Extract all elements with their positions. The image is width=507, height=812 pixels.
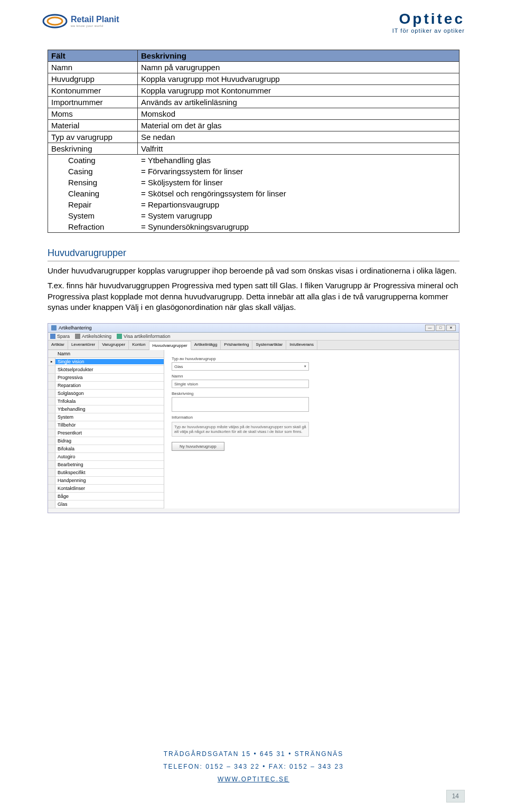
- name-input[interactable]: Single vision: [172, 380, 309, 388]
- col-header-field: Fält: [48, 50, 138, 62]
- list-item[interactable]: Butikspecifikt: [48, 469, 164, 477]
- field-cell: Kontonummer: [48, 85, 138, 97]
- col-header-desc: Beskrivning: [138, 50, 459, 62]
- tab-leverantörer[interactable]: Leverantörer: [68, 341, 99, 350]
- info-button[interactable]: Visa artikelinformation: [117, 334, 170, 339]
- fields-table: Fält Beskrivning NamnNamn på varugruppen…: [48, 50, 459, 233]
- logo-left-sub: we know your world: [71, 24, 119, 27]
- list-item[interactable]: Skötselprodukter: [48, 366, 164, 374]
- list-item[interactable]: Presentkort: [48, 429, 164, 437]
- desc-cell: Se nedan: [138, 131, 459, 143]
- page-number: 14: [446, 790, 465, 802]
- nested-desc: = Synundersökningsvarugrupp: [138, 221, 459, 232]
- info-icon: [117, 334, 122, 339]
- list-item[interactable]: Trifokala: [48, 398, 164, 405]
- desc-textarea[interactable]: [172, 397, 309, 412]
- name-label: Namn: [172, 374, 452, 379]
- field-cell: Beskrivning: [48, 143, 138, 155]
- desc-cell: Valfritt: [138, 143, 459, 155]
- list-item[interactable]: ▸Single vision: [48, 358, 164, 366]
- desc-cell: Momskod: [138, 108, 459, 120]
- logo-left-main: Retail Planit: [71, 15, 119, 24]
- info-label: Information: [172, 415, 452, 420]
- footer-url[interactable]: WWW.OPTITEC.SE: [218, 776, 289, 783]
- desc-cell: Används av artikelinläsning: [138, 97, 459, 108]
- tab-artikelinlägg[interactable]: Artikelinlägg: [191, 341, 221, 350]
- list-item[interactable]: Progressiva: [48, 374, 164, 382]
- list-item[interactable]: Reparation: [48, 382, 164, 390]
- app-icon: [51, 325, 57, 331]
- save-button[interactable]: Spara: [50, 334, 70, 339]
- logo-right: Optitec IT för optiker av optiker: [392, 11, 465, 34]
- desc-cell: Material om det är glas: [138, 120, 459, 131]
- nested-field: Refraction: [48, 221, 138, 232]
- list-item[interactable]: Bearbetning: [48, 461, 164, 469]
- nested-desc: = Skötsel och rengöringssystem för linse…: [138, 188, 459, 199]
- save-icon: [50, 334, 55, 339]
- nested-field: Cleaning: [48, 188, 138, 199]
- page-footer: TRÄDGÅRDSGATAN 15 • 645 31 • STRÄNGNÄS T…: [0, 748, 507, 786]
- list-item[interactable]: Handpenning: [48, 477, 164, 485]
- nested-desc: = Förvaringssystem för linser: [138, 166, 459, 177]
- section-p1: Under huvudvarugrupper kopplas varugrupp…: [48, 266, 459, 276]
- tab-prishantering[interactable]: Prishantering: [221, 341, 252, 350]
- section-title: Huvudvarugrupper: [48, 248, 459, 261]
- minimize-button[interactable]: —: [425, 325, 435, 331]
- field-cell: Huvudgrupp: [48, 73, 138, 85]
- desc-cell: Namn på varugruppen: [138, 62, 459, 73]
- footer-address: TRÄDGÅRDSGATAN 15 • 645 31 • STRÄNGNÄS: [0, 748, 507, 760]
- field-cell: Material: [48, 120, 138, 131]
- list-item[interactable]: Solglasögon: [48, 390, 164, 398]
- list-item[interactable]: Glas: [48, 501, 164, 508]
- tab-huvudvarugrupper[interactable]: Huvudvarugrupper: [149, 341, 191, 350]
- nested-field: Repair: [48, 199, 138, 210]
- logo-right-tag: IT för optiker av optiker: [392, 27, 465, 34]
- item-list: Namn ▸Single visionSkötselprodukterProgr…: [48, 350, 164, 508]
- nested-field: Coating: [48, 155, 138, 166]
- page-header: Retail Planit we know your world Optitec…: [0, 0, 507, 39]
- maximize-button[interactable]: □: [436, 325, 445, 331]
- field-cell: Namn: [48, 62, 138, 73]
- desc-cell: Koppla varugrupp mot Kontonummer: [138, 85, 459, 97]
- list-item[interactable]: Autogiro: [48, 453, 164, 461]
- logo-left: Retail Planit we know your world: [42, 11, 119, 32]
- list-item[interactable]: System: [48, 413, 164, 421]
- list-item[interactable]: Bidrag: [48, 437, 164, 445]
- tab-varugrupper[interactable]: Varugrupper: [99, 341, 129, 350]
- search-button[interactable]: Artikelsökning: [75, 334, 111, 339]
- desc-label: Beskrivning: [172, 391, 452, 396]
- nested-desc: = Sköljsystem för linser: [138, 177, 459, 188]
- nested-desc: = Ytbehandling glas: [138, 155, 459, 166]
- tab-systemartiklar[interactable]: Systemartiklar: [252, 341, 286, 350]
- tab-bar: ArtiklarLeverantörerVarugrupperKontonHuv…: [48, 341, 459, 350]
- window-titlebar: Artikelhantering — □ ✕: [48, 324, 459, 333]
- new-group-button[interactable]: Ny huvudvarugrupp: [172, 442, 224, 451]
- tab-in/utleverans[interactable]: In/utleverans: [286, 341, 317, 350]
- nested-field: Rensing: [48, 177, 138, 188]
- toolbar: Spara Artikelsökning Visa artikelinforma…: [48, 333, 459, 341]
- nested-desc: = Repartionsvaugrupp: [138, 199, 459, 210]
- detail-form: Typ av huvudvarugrupp Glas Namn Single v…: [164, 350, 459, 508]
- tab-konton[interactable]: Konton: [129, 341, 149, 350]
- list-item[interactable]: Tillbehör: [48, 421, 164, 429]
- app-screenshot: Artikelhantering — □ ✕ Spara Artikelsökn…: [48, 323, 459, 513]
- footer-phone: TELEFON: 0152 – 343 22 • FAX: 0152 – 343…: [0, 760, 507, 773]
- nested-field: Casing: [48, 166, 138, 177]
- list-item[interactable]: Bifokala: [48, 445, 164, 453]
- list-item[interactable]: Ytbehandling: [48, 405, 164, 413]
- list-item[interactable]: Kontaktlinser: [48, 485, 164, 493]
- logo-right-company: Optitec: [392, 11, 465, 27]
- type-select[interactable]: Glas: [172, 362, 309, 371]
- svg-point-1: [48, 17, 62, 25]
- field-cell: Moms: [48, 108, 138, 120]
- field-cell: Importnummer: [48, 97, 138, 108]
- nested-field: System: [48, 210, 138, 221]
- desc-cell: Koppla varugrupp mot Huvudvarugrupp: [138, 73, 459, 85]
- list-item[interactable]: Båge: [48, 493, 164, 501]
- search-icon: [75, 334, 80, 339]
- close-button[interactable]: ✕: [446, 325, 456, 331]
- swoosh-icon: [42, 11, 68, 32]
- list-header-name: Namn: [58, 351, 70, 356]
- tab-artiklar[interactable]: Artiklar: [48, 341, 68, 350]
- info-text: Typ av huvudvarugrupp måste väljas på de…: [172, 422, 309, 437]
